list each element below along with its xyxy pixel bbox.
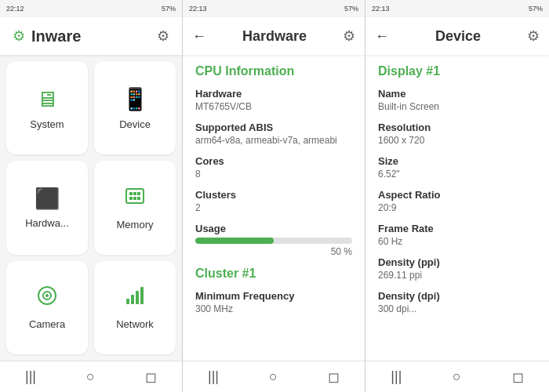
grid-item-system[interactable]: 🖥 System bbox=[6, 61, 88, 154]
device-title: Device bbox=[435, 28, 481, 45]
svg-rect-0 bbox=[126, 189, 144, 203]
status-bar-2: 22:13 57% bbox=[183, 0, 365, 17]
status-icons-3: 57% bbox=[529, 5, 543, 13]
memory-label: Memory bbox=[117, 219, 154, 230]
usage-row: Usage 50 % bbox=[195, 223, 352, 257]
grid-item-network[interactable]: Network bbox=[94, 261, 176, 354]
nav-menu-icon-2[interactable]: ||| bbox=[208, 368, 219, 385]
hardware-key: Hardware bbox=[195, 88, 352, 100]
hardware-value: MT6765V/CB bbox=[195, 101, 352, 112]
resolution-row: Resolution 1600 x 720 bbox=[378, 122, 536, 146]
nav-menu-icon-3[interactable]: ||| bbox=[391, 368, 402, 385]
density-dpi-key: Density (dpi) bbox=[378, 290, 536, 302]
nav-home-icon-2[interactable]: ○ bbox=[269, 368, 278, 385]
hardware-header: ← Hardware ⚙ bbox=[183, 17, 365, 55]
device-icon: 📱 bbox=[122, 86, 149, 112]
device-label: Device bbox=[119, 118, 151, 130]
app-header: ⚙ Inware ⚙ bbox=[0, 17, 182, 55]
battery-2: 57% bbox=[344, 5, 358, 13]
svg-rect-3 bbox=[137, 192, 140, 195]
grid-item-device[interactable]: 📱 Device bbox=[94, 61, 176, 154]
app-logo-gear-icon: ⚙ bbox=[13, 27, 25, 45]
min-freq-row: Minimum Frequency 300 MHz bbox=[195, 290, 352, 314]
svg-rect-13 bbox=[140, 287, 144, 304]
clusters-key: Clusters bbox=[195, 189, 352, 201]
svg-rect-2 bbox=[133, 192, 136, 195]
min-freq-key: Minimum Frequency bbox=[195, 290, 352, 302]
abis-row: Supported ABIS arm64-v8a, armeabi-v7a, a… bbox=[195, 122, 352, 146]
status-bar-1: 22:12 57% bbox=[0, 0, 182, 17]
nav-back-icon-2[interactable]: ◻ bbox=[328, 368, 340, 386]
status-bar-3: 22:13 57% bbox=[365, 0, 549, 17]
network-label: Network bbox=[116, 318, 154, 330]
svg-rect-10 bbox=[126, 299, 129, 304]
frame-rate-value: 60 Hz bbox=[378, 236, 536, 247]
hardware-row: Hardware MT6765V/CB bbox=[195, 88, 352, 112]
app-logo: ⚙ Inware bbox=[13, 27, 81, 45]
svg-point-9 bbox=[45, 294, 49, 297]
hardware-label: Hardwa... bbox=[25, 217, 69, 229]
hardware-title: Hardware bbox=[242, 28, 307, 45]
grid-item-hardware[interactable]: ⬛ Hardwa... bbox=[6, 161, 88, 254]
main-grid: 🖥 System 📱 Device ⬛ Hardwa... bbox=[0, 55, 182, 361]
resolution-value: 1600 x 720 bbox=[378, 135, 536, 146]
back-button-device[interactable]: ← bbox=[375, 28, 389, 45]
aspect-ratio-key: Aspect Ratio bbox=[378, 189, 536, 201]
device-content: Display #1 Name Built-in Screen Resoluti… bbox=[365, 55, 549, 361]
aspect-ratio-value: 20:9 bbox=[378, 202, 536, 213]
bottom-nav-2: ||| ○ ◻ bbox=[183, 361, 365, 392]
nav-home-icon-1[interactable]: ○ bbox=[86, 368, 95, 385]
size-row: Size 6.52" bbox=[378, 155, 536, 180]
display-section-title: Display #1 bbox=[378, 64, 536, 78]
abis-value: arm64-v8a, armeabi-v7a, armeabi bbox=[195, 135, 352, 146]
app-title: Inware bbox=[31, 27, 81, 45]
svg-rect-5 bbox=[133, 197, 136, 200]
system-icon: 🖥 bbox=[36, 86, 58, 112]
size-key: Size bbox=[378, 155, 536, 167]
bottom-nav-3: ||| ○ ◻ bbox=[365, 361, 549, 392]
clusters-row: Clusters 2 bbox=[195, 189, 352, 213]
grid-item-camera[interactable]: Camera bbox=[6, 261, 88, 354]
cores-row: Cores 8 bbox=[195, 155, 352, 180]
camera-label: Camera bbox=[29, 318, 65, 330]
camera-icon bbox=[36, 285, 58, 312]
time-1: 22:12 bbox=[6, 5, 24, 13]
density-ppi-value: 269.11 ppi bbox=[378, 270, 536, 281]
screen-device: 22:13 57% ← Device ⚙ Display #1 Name Bui… bbox=[365, 0, 549, 392]
network-icon bbox=[124, 285, 146, 312]
cpu-section-title: CPU Information bbox=[195, 64, 352, 78]
screen-inware-home: 22:12 57% ⚙ Inware ⚙ 🖥 System 📱 Device ⬛… bbox=[0, 0, 183, 392]
system-label: System bbox=[30, 118, 64, 130]
size-value: 6.52" bbox=[378, 169, 536, 180]
display-name-key: Name bbox=[378, 88, 536, 100]
screen-hardware: 22:13 57% ← Hardware ⚙ CPU Information H… bbox=[183, 0, 365, 392]
frame-rate-row: Frame Rate 60 Hz bbox=[378, 223, 536, 247]
density-dpi-row: Density (dpi) 300 dpi... bbox=[378, 290, 536, 314]
back-button-hardware[interactable]: ← bbox=[192, 28, 206, 45]
nav-back-icon-3[interactable]: ◻ bbox=[512, 368, 524, 386]
memory-icon bbox=[124, 185, 146, 212]
svg-rect-6 bbox=[137, 197, 140, 200]
grid-item-memory[interactable]: Memory bbox=[94, 161, 176, 254]
min-freq-value: 300 MHz bbox=[195, 303, 352, 314]
status-icons-1: 57% bbox=[162, 5, 176, 13]
status-icons-2: 57% bbox=[344, 5, 358, 13]
density-dpi-value: 300 dpi... bbox=[378, 303, 536, 314]
display-name-row: Name Built-in Screen bbox=[378, 88, 536, 112]
hardware-icon: ⬛ bbox=[35, 187, 60, 211]
device-gear-icon[interactable]: ⚙ bbox=[527, 27, 540, 45]
battery-1: 57% bbox=[162, 5, 176, 13]
usage-bar-fill bbox=[195, 238, 274, 244]
hardware-gear-icon[interactable]: ⚙ bbox=[343, 27, 355, 45]
cores-key: Cores bbox=[195, 155, 352, 167]
bottom-nav-1: ||| ○ ◻ bbox=[0, 361, 182, 392]
nav-home-icon-3[interactable]: ○ bbox=[453, 368, 461, 385]
nav-menu-icon-1[interactable]: ||| bbox=[25, 368, 36, 385]
svg-rect-1 bbox=[129, 192, 133, 195]
svg-rect-12 bbox=[136, 291, 139, 304]
hardware-content: CPU Information Hardware MT6765V/CB Supp… bbox=[183, 55, 365, 361]
settings-icon[interactable]: ⚙ bbox=[157, 27, 169, 45]
frame-rate-key: Frame Rate bbox=[378, 223, 536, 234]
nav-back-icon-1[interactable]: ◻ bbox=[145, 368, 157, 386]
time-3: 22:13 bbox=[372, 5, 390, 13]
